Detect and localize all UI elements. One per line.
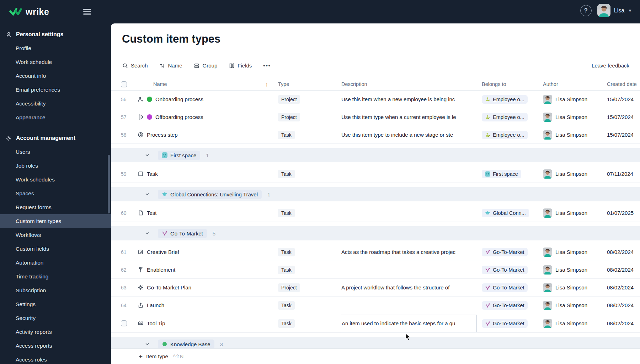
sidebar-item-work-schedules[interactable]: Work schedules	[0, 173, 111, 186]
sidebar-item-access-reports[interactable]: Access reports	[0, 339, 111, 353]
sidebar-item-time-tracking[interactable]: Time tracking	[0, 270, 111, 283]
column-author[interactable]: Author	[543, 81, 607, 87]
sidebar-item-job-roles[interactable]: Job roles	[0, 159, 111, 173]
item-color-chip	[147, 114, 152, 120]
author-name: Lisa Simpson	[555, 267, 587, 273]
sidebar-item-automation[interactable]: Automation	[0, 256, 111, 270]
item-name[interactable]: Tool Tip	[147, 320, 165, 326]
column-description[interactable]: Description	[341, 81, 482, 87]
table-row[interactable]: 62EnablementTaskGo-To-MarketLisa Simpson…	[111, 261, 640, 279]
square-icon	[137, 171, 144, 177]
row-description-cell[interactable]: Use this item type when a current employ…	[341, 114, 482, 120]
belongs-badge[interactable]: Go-To-Market	[482, 248, 528, 256]
group-pill[interactable]: Global Connections: Unveiling Travel	[158, 190, 262, 199]
item-name[interactable]: Launch	[147, 302, 164, 308]
row-description-cell[interactable]: A project workflow that follows the stru…	[341, 284, 482, 290]
belongs-badge[interactable]: Employee o...	[482, 131, 528, 139]
employee-icon	[485, 97, 490, 102]
chevron-down-icon[interactable]	[145, 342, 149, 346]
item-name[interactable]: Process step	[147, 132, 178, 138]
group-button[interactable]: Group	[194, 63, 218, 69]
author-avatar	[543, 130, 552, 140]
group-pill[interactable]: Go-To-Market	[158, 229, 207, 238]
author-name: Lisa Simpson	[555, 249, 587, 255]
column-created-date[interactable]: Created date	[607, 81, 640, 87]
sidebar-item-custom-item-types[interactable]: Custom item types	[0, 214, 111, 228]
table-row[interactable]: 57Offboarding processProjectUse this ite…	[111, 108, 640, 126]
table-row[interactable]: 64LaunchTaskGo-To-MarketLisa Simpson08/0…	[111, 297, 640, 314]
row-description-cell[interactable]: An item used to indicate the basic steps…	[341, 315, 482, 332]
table-row[interactable]: 56Onboarding processProjectUse this item…	[111, 91, 640, 108]
add-item-type-button[interactable]: + Item type	[139, 353, 168, 360]
sidebar-item-request-forms[interactable]: Request forms	[0, 200, 111, 214]
description-edit-field[interactable]: An item used to indicate the basic steps…	[341, 315, 477, 332]
author-name: Lisa Simpson	[555, 320, 587, 326]
item-name[interactable]: Creative Brief	[147, 249, 179, 255]
sidebar-item-subscription[interactable]: Subscription	[0, 283, 111, 297]
select-all-checkbox[interactable]	[121, 81, 127, 87]
sidebar-item-custom-fields[interactable]: Custom fields	[0, 242, 111, 256]
sidebar-item-security[interactable]: Security	[0, 311, 111, 325]
type-badge: Project	[278, 283, 300, 292]
wrike-logo[interactable]: wrike	[9, 7, 49, 17]
belongs-badge[interactable]: Go-To-Market	[482, 266, 528, 274]
sidebar-item-email-preferences[interactable]: Email preferences	[0, 83, 111, 97]
leave-feedback-link[interactable]: Leave feedback	[592, 63, 629, 69]
chevron-down-icon[interactable]	[145, 192, 149, 196]
item-name[interactable]: Go-To Market Plan	[147, 284, 191, 290]
table-row[interactable]: 60TestTaskGlobal Conn...Lisa Simpson01/0…	[111, 204, 640, 222]
belongs-badge[interactable]: Global Conn...	[482, 209, 529, 217]
belongs-badge[interactable]: Go-To-Market	[482, 301, 528, 310]
item-name[interactable]: Offboarding process	[155, 114, 203, 120]
chevron-down-icon[interactable]	[145, 153, 149, 157]
user-menu[interactable]: Lisa ▼	[597, 4, 632, 17]
search-button[interactable]: Search	[122, 63, 148, 69]
table-row[interactable]: 59TaskTaskFirst spaceLisa Simpson07/11/2…	[111, 165, 640, 183]
column-belongs-to[interactable]: Belongs to	[482, 81, 543, 87]
row-description-cell[interactable]: Use this item when a new employee is bei…	[341, 96, 482, 102]
belongs-badge[interactable]: First space	[482, 170, 521, 178]
sidebar-item-accessibility[interactable]: Accessibility	[0, 97, 111, 110]
belongs-badge[interactable]: Go-To-Market	[482, 283, 528, 292]
row-number-cell: 63	[111, 285, 137, 290]
belongs-badge[interactable]: Employee o...	[482, 113, 528, 121]
sidebar-item-work-schedule[interactable]: Work schedule	[0, 55, 111, 69]
sidebar-item-profile[interactable]: Profile	[0, 41, 111, 55]
group-pill[interactable]: First space	[158, 151, 200, 160]
chevron-down-icon[interactable]	[145, 231, 149, 235]
sort-asc-icon[interactable]: ↑	[266, 81, 268, 87]
sidebar-item-users[interactable]: Users	[0, 145, 111, 159]
row-belongs-cell: Employee o...	[482, 113, 543, 121]
table-row[interactable]: 58Process stepTaskUse this item type to …	[111, 126, 640, 144]
sort-button[interactable]: Name	[159, 63, 182, 69]
row-description-cell[interactable]: Use this item type to include a new stag…	[341, 132, 482, 138]
item-name[interactable]: Onboarding process	[155, 96, 203, 102]
column-type[interactable]: Type	[278, 81, 341, 87]
more-button[interactable]: •••	[263, 63, 271, 69]
page-title: Custom item types	[122, 33, 640, 45]
sidebar-item-activity-reports[interactable]: Activity reports	[0, 325, 111, 339]
sidebar-item-account-info[interactable]: Account info	[0, 69, 111, 83]
row-description-cell[interactable]: Acts as the roadmap that takes a creativ…	[341, 249, 482, 255]
menu-icon[interactable]	[83, 9, 91, 14]
table-row[interactable]: 63Go-To Market PlanProjectA project work…	[111, 279, 640, 297]
belongs-badge[interactable]: Go-To-Market	[482, 319, 528, 328]
group-pill[interactable]: Knowledge Base	[158, 339, 214, 349]
item-name[interactable]: Enablement	[147, 267, 175, 273]
type-badge: Project	[278, 113, 300, 121]
sidebar-item-appearance[interactable]: Appearance	[0, 110, 111, 124]
fields-button[interactable]: Fields	[229, 63, 252, 69]
item-name[interactable]: Test	[147, 210, 157, 216]
belongs-badge[interactable]: Employee o...	[482, 95, 528, 104]
row-checkbox[interactable]	[121, 320, 127, 326]
sidebar-item-workflows[interactable]: Workflows	[0, 228, 111, 242]
column-name[interactable]: Name	[153, 81, 167, 87]
table-row[interactable]: Tool TipTaskAn item used to indicate the…	[111, 314, 640, 333]
help-icon[interactable]: ?	[580, 5, 592, 16]
sidebar-scrollbar[interactable]	[108, 155, 110, 213]
sidebar-item-spaces[interactable]: Spaces	[0, 186, 111, 200]
sidebar-item-settings[interactable]: Settings	[0, 297, 111, 311]
sidebar-item-access-roles[interactable]: Access roles	[0, 353, 111, 364]
table-row[interactable]: 61Creative BriefTaskActs as the roadmap …	[111, 243, 640, 261]
item-name[interactable]: Task	[147, 171, 158, 177]
